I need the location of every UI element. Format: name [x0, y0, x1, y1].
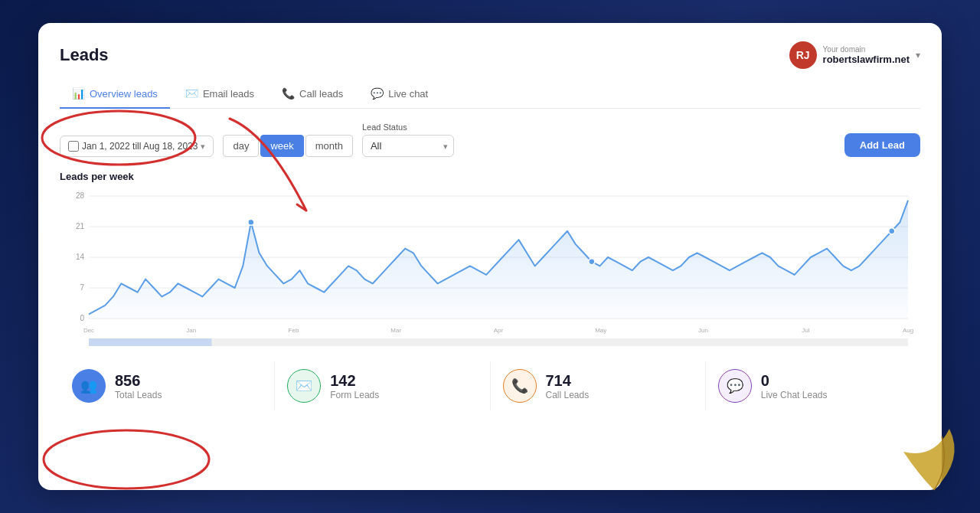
period-week-button[interactable]: week: [260, 135, 303, 157]
leads-chart: [60, 188, 920, 349]
stat-form-info: 142 Form Leads: [330, 372, 379, 400]
tabs-nav: 📊 Overview leads ✉️ Email leads 📞 Call l…: [60, 81, 920, 109]
tab-overview[interactable]: 📊 Overview leads: [60, 81, 170, 109]
livechat-leads-label: Live Chat Leads: [761, 390, 828, 400]
logo-icon: RJ: [789, 41, 817, 69]
controls-bar: Jan 1, 2022 till Aug 18, 2023 ▾ day week…: [60, 123, 920, 157]
stats-row: 👥 856 Total Leads ✉️ 142 Form Leads 📞 71…: [60, 361, 920, 410]
domain-text: Your domain robertslawfirm.net: [823, 45, 910, 65]
period-month-button[interactable]: month: [305, 135, 353, 157]
form-leads-value: 142: [330, 372, 379, 390]
period-day-button[interactable]: day: [223, 135, 259, 157]
stat-form-leads: ✉️ 142 Form Leads: [275, 361, 490, 410]
lead-status-select-wrapper: All New Contacted Qualified Closed: [362, 135, 454, 157]
stat-livechat-info: 0 Live Chat Leads: [761, 372, 828, 400]
date-range-text: Jan 1, 2022 till Aug 18, 2023: [82, 141, 198, 152]
livechat-leads-icon: 💬: [718, 369, 752, 403]
chart-section: Leads per week: [60, 171, 920, 349]
stat-call-leads: 📞 714 Call Leads: [491, 361, 706, 410]
date-chevron-icon: ▾: [201, 142, 205, 152]
call-leads-value: 714: [546, 372, 590, 390]
tab-livechat[interactable]: 💬 Live chat: [358, 81, 440, 109]
domain-name: robertslawfirm.net: [823, 54, 910, 65]
call-leads-icon: 📞: [503, 369, 537, 403]
chevron-down-icon: ▾: [916, 50, 920, 60]
livechat-leads-value: 0: [761, 372, 828, 390]
tab-call[interactable]: 📞 Call leads: [270, 81, 355, 109]
form-leads-icon: ✉️: [287, 369, 321, 403]
stat-total-leads: 👥 856 Total Leads: [60, 361, 275, 410]
total-leads-label: Total Leads: [115, 390, 162, 400]
domain-label: Your domain: [823, 45, 910, 54]
add-lead-button[interactable]: Add Lead: [844, 133, 920, 157]
domain-selector[interactable]: RJ Your domain robertslawfirm.net ▾: [789, 41, 920, 69]
tab-email[interactable]: ✉️ Email leads: [173, 81, 266, 109]
date-range-checkbox[interactable]: [68, 141, 79, 152]
stat-call-info: 714 Call Leads: [546, 372, 590, 400]
stat-total-info: 856 Total Leads: [115, 372, 162, 400]
period-buttons: day week month: [223, 135, 352, 157]
form-leads-label: Form Leads: [330, 390, 379, 400]
stat-livechat-leads: 💬 0 Live Chat Leads: [706, 361, 920, 410]
email-icon: ✉️: [185, 87, 198, 100]
lead-status-label: Lead Status: [362, 123, 454, 132]
call-leads-label: Call Leads: [546, 390, 590, 400]
lead-status-group: Lead Status All New Contacted Qualified …: [362, 123, 454, 157]
chart-container: [60, 188, 920, 349]
page-title: Leads: [60, 45, 109, 65]
chat-icon: 💬: [371, 87, 384, 100]
total-leads-value: 856: [115, 372, 162, 390]
lead-status-select[interactable]: All New Contacted Qualified Closed: [362, 135, 454, 157]
date-range-picker[interactable]: Jan 1, 2022 till Aug 18, 2023 ▾: [60, 136, 214, 157]
chart-title: Leads per week: [60, 171, 920, 182]
overview-icon: 📊: [72, 87, 85, 100]
call-icon: 📞: [282, 87, 295, 100]
card-header: Leads RJ Your domain robertslawfirm.net …: [60, 41, 920, 69]
total-leads-icon: 👥: [72, 369, 106, 403]
